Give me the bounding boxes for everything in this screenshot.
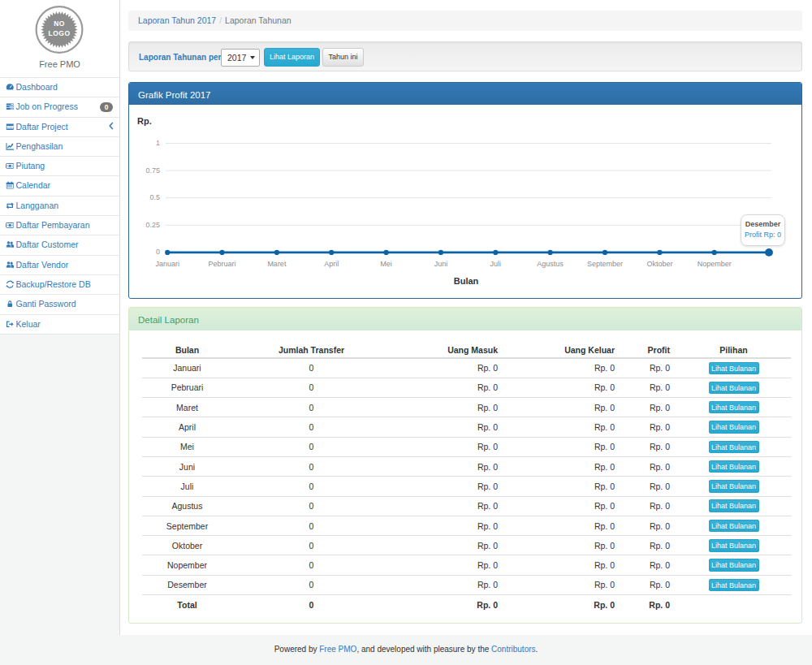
svg-text:LOGO: LOGO — [48, 29, 70, 37]
svg-text:NO: NO — [54, 19, 65, 28]
